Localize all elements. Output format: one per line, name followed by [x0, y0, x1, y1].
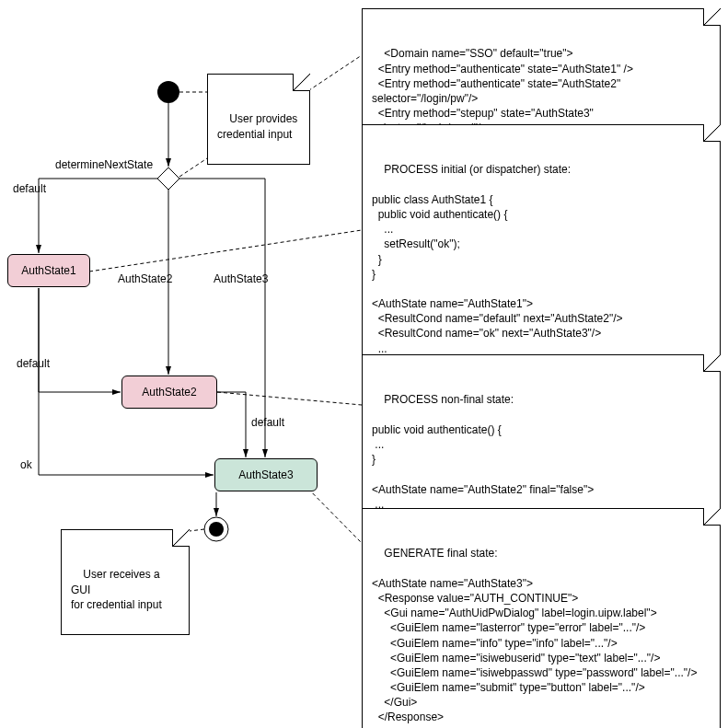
note-fold-icon — [703, 8, 721, 26]
note-fold-icon — [703, 124, 721, 142]
state-authstate1: AuthState1 — [7, 254, 90, 287]
note-state1-text: PROCESS initial (or dispatcher) state: p… — [372, 163, 623, 369]
note-user-gui-text: User receives a GUI for credential input — [71, 568, 163, 610]
note-fold-icon — [172, 529, 190, 547]
note-fold-icon — [703, 354, 721, 372]
note-state3-text: GENERATE final state: <AuthState name="A… — [372, 547, 697, 728]
edge-branch2-label: AuthState2 — [118, 272, 172, 285]
state3-label: AuthState3 — [238, 468, 293, 481]
state1-label: AuthState1 — [21, 264, 75, 277]
state2-label: AuthState2 — [142, 386, 196, 399]
svg-line-11 — [217, 392, 362, 405]
svg-marker-1 — [157, 168, 179, 190]
note-user-input: User provides credential input — [207, 74, 310, 165]
state-authstate2: AuthState2 — [121, 376, 217, 409]
edge-determine-label: determineNextState — [55, 158, 153, 171]
state-authstate3: AuthState3 — [214, 458, 318, 491]
edge-branch3-label: AuthState3 — [214, 272, 268, 285]
note-state3: GENERATE final state: <AuthState name="A… — [362, 508, 721, 728]
diagram-canvas: AuthState1 AuthState2 AuthState3 determi… — [0, 0, 728, 728]
note-state2-text: PROCESS non-final state: public void aut… — [372, 393, 594, 526]
note-user-input-text: User provides credential input — [217, 112, 297, 140]
note-fold-icon — [293, 74, 310, 91]
edge-default3-label: default — [251, 416, 284, 429]
svg-line-10 — [89, 230, 362, 272]
note-fold-icon — [703, 508, 721, 526]
svg-point-0 — [157, 81, 179, 103]
note-user-gui: User receives a GUI for credential input — [61, 529, 190, 635]
edge-default2-label: default — [17, 357, 50, 370]
svg-point-3 — [209, 522, 224, 537]
edge-default1-label: default — [13, 182, 46, 195]
edge-ok-label: ok — [20, 458, 32, 471]
